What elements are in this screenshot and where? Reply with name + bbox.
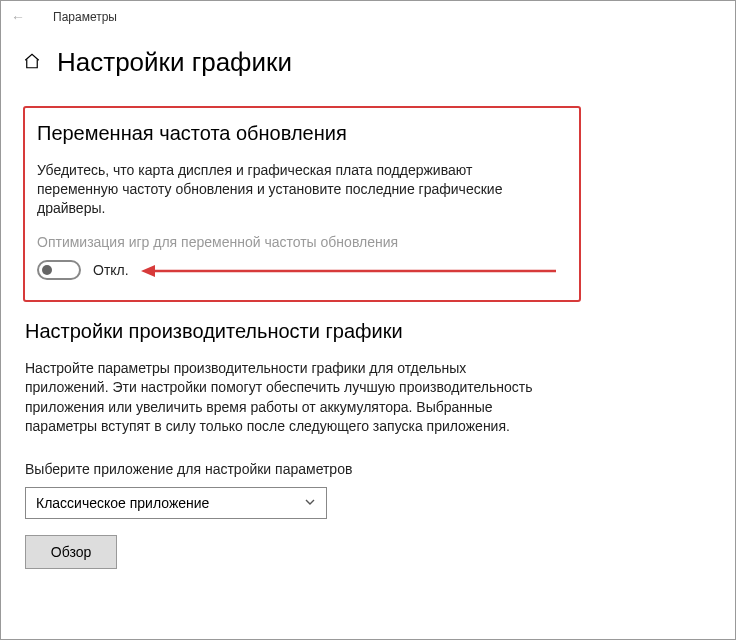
perf-heading: Настройки производительности графики [25,320,715,343]
page-header: Настройки графики [23,47,715,78]
window-title: Параметры [31,10,117,24]
home-icon[interactable] [23,52,41,74]
settings-window: ← Параметры Настройки графики Переменная… [0,0,736,640]
app-type-select-value: Классическое приложение [36,495,209,511]
app-type-select[interactable]: Классическое приложение [25,487,327,519]
page-title: Настройки графики [57,47,292,78]
vrr-toggle-row: Откл. [37,260,561,280]
vrr-toggle-label: Оптимизация игр для переменной частоты о… [37,234,561,250]
vrr-toggle-state: Откл. [93,262,129,278]
vrr-toggle[interactable] [37,260,81,280]
content-area: Настройки графики Переменная частота обн… [1,33,735,589]
app-select-label: Выберите приложение для настройки параме… [25,461,715,477]
perf-description: Настройте параметры производительности г… [25,359,545,437]
titlebar: ← Параметры [1,1,735,33]
back-icon[interactable]: ← [11,9,31,25]
vrr-heading: Переменная частота обновления [37,122,561,145]
vrr-toggle-knob [42,265,52,275]
browse-button[interactable]: Обзор [25,535,117,569]
vrr-description: Убедитесь, что карта дисплея и графическ… [37,161,547,218]
chevron-down-icon [304,495,316,511]
vrr-section-highlight: Переменная частота обновления Убедитесь,… [23,106,581,302]
